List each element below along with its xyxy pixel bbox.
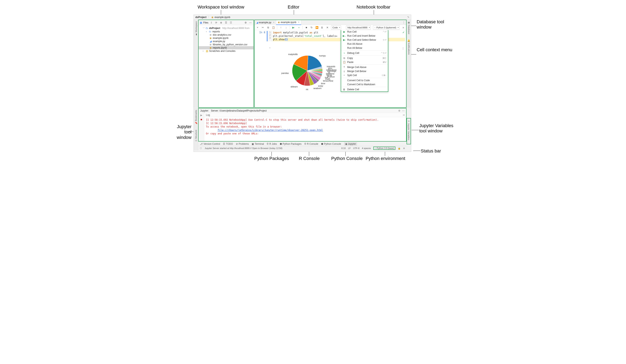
chevron-right-icon[interactable]: › (203, 50, 205, 52)
chevron-down-icon[interactable]: ﹀ (203, 26, 205, 30)
run-cell-button[interactable]: ▶ı (292, 26, 295, 29)
database-tab[interactable]: ▦ Database (408, 20, 410, 35)
clear-button[interactable]: 🗑 (320, 26, 324, 29)
tree-file[interactable]: ◢ example.py (199, 40, 253, 43)
copy-button[interactable]: ⧉ (267, 26, 270, 29)
collapse-button[interactable]: ☷ (229, 21, 233, 25)
jupyter-log[interactable]: [I 12:58:15.692 NotebookApp] Use Control… (204, 117, 406, 141)
interrupt-button[interactable]: ✕ (326, 26, 329, 29)
ctx-run-cell-and-insert-below[interactable]: ▶₊Run Cell and Insert Below (341, 34, 388, 38)
jupyter-server-path: Server: /Users/jetbrains/DataspellProjec… (211, 109, 267, 112)
cut-button[interactable]: ✂ (261, 26, 264, 29)
svg-text:scipy: scipy (318, 85, 323, 87)
ctx-merge-cell-above[interactable]: ⤒Merge Cell Above (341, 65, 388, 69)
bottom-tab-todo[interactable]: ☰TODO (223, 143, 233, 145)
refresh-button[interactable]: ⟳ (214, 21, 218, 25)
edit-icon[interactable]: ✎ (407, 16, 409, 19)
cell-type-select[interactable]: Code (331, 26, 341, 30)
close-icon[interactable]: × (298, 21, 299, 24)
line-ending[interactable]: LF (348, 147, 351, 149)
softwrap-icon[interactable]: ⇥ (402, 114, 404, 117)
breadcrumb-file[interactable]: example.ipynb (215, 16, 230, 19)
ctx-run-cell-and-select-below[interactable]: ▶ᵢRun Cell and Select Below⇧⏎ (341, 38, 388, 42)
tree-file-selected[interactable]: ◉ reports.ipynb (199, 46, 253, 49)
cell-context-menu: ▶Run Cell⌃⏎▶₊Run Cell and Insert Below▶ᵢ… (341, 30, 388, 92)
chevron-right-icon[interactable]: › (206, 30, 208, 33)
ctx-convert-cell-to-markdown[interactable]: Convert Cell to Markdown (341, 82, 388, 86)
tab-example-ipynb[interactable]: ◉ example.ipynb × (276, 20, 301, 25)
attach-button[interactable]: ⇩ (210, 21, 213, 25)
bottom-tab-r-console[interactable]: ®R Console (304, 143, 318, 145)
indent[interactable]: 4 spaces (362, 147, 371, 149)
bottom-tab-python-console[interactable]: ⬢Python Console (321, 143, 341, 145)
kernel-select[interactable]: ○ Python 3 (ipykernel) (373, 26, 400, 30)
cell-kebab-icon[interactable]: ⋮ (402, 47, 404, 50)
paste-button[interactable]: 📋 (272, 26, 275, 29)
ctx-run-all-above[interactable]: Run All Above (341, 42, 388, 46)
run-all-button[interactable]: ⏩ (315, 26, 318, 29)
expand-button[interactable]: ☰ (224, 21, 228, 25)
tree-root[interactable]: ﹀ 🗀 dsProject http://localhost:8888 from (199, 26, 253, 30)
notifications-tab[interactable]: 🔔 Notifications (408, 38, 410, 55)
debug-cell-button[interactable]: ⌁ (297, 26, 300, 29)
bottom-tab-terminal[interactable]: ▣Terminal (252, 143, 264, 145)
project-tree[interactable]: ﹀ 🗀 dsProject http://localhost:8888 from… (199, 25, 253, 107)
callout-jup-vars: Jupyter Variables tool window (419, 123, 459, 134)
status-tray-icon[interactable]: ☐ (200, 147, 202, 150)
zoom-icon[interactable]: ⊕ (403, 147, 405, 150)
lock-icon[interactable]: 🔒 (398, 147, 401, 150)
bottom-tab-r-jobs[interactable]: ®R Jobs (267, 143, 277, 145)
callout-db-tool: Database tool window (417, 19, 459, 30)
jupyter-vars-rail[interactable]: ⎋ Jupyter Variables (407, 118, 411, 144)
log-tab[interactable]: Log (206, 114, 210, 117)
ctx-split-cell[interactable]: ÷Split Cell⇧⌘- (341, 73, 388, 77)
caret-position[interactable]: 8:10 (341, 147, 346, 149)
breadcrumb-root[interactable]: dsProject (195, 16, 206, 19)
callout-py-packages: Python Packages (254, 156, 289, 161)
rconsole-icon: ® (304, 143, 306, 145)
tree-folder[interactable]: › 🗀 reports (199, 30, 253, 33)
callout-nb-toolbar: Notebook toolbar (356, 4, 391, 10)
ctx-delete-cell[interactable]: 🗑Delete Cell (341, 87, 388, 91)
stop-icon[interactable]: ■ (200, 118, 202, 121)
tree-file[interactable]: ≣ libraries_by_python_version.csv (199, 43, 253, 46)
hide-button[interactable]: — (402, 109, 404, 112)
close-icon[interactable]: × (273, 21, 274, 24)
bookmarks-tab[interactable]: 🔖 Bookmarks (195, 109, 197, 125)
bottom-tab-python-packages[interactable]: ⬢Python Packages (280, 143, 302, 145)
ctx-run-all-below[interactable]: Run All Below (341, 46, 388, 50)
structure-tab[interactable]: ⌸ Structure (195, 129, 197, 142)
hide-button[interactable]: — (249, 21, 252, 25)
ctx-run-cell[interactable]: ▶Run Cell⌃⏎ (341, 30, 388, 34)
tab-example-py[interactable]: ◢ example.py × (255, 20, 276, 25)
server-select[interactable]: http://localhost:8888 (346, 26, 371, 30)
encoding[interactable]: UTF-8 (353, 147, 359, 149)
run-icon[interactable]: ▶ (200, 114, 202, 117)
tree-scratches[interactable]: › ▧ Scratches and Consoles (199, 49, 253, 53)
ipynb-icon: ◉ (278, 21, 280, 24)
bottom-tab-jupyter[interactable]: ◉Jupyter (344, 142, 357, 146)
expand-toolbar-icon[interactable]: » (402, 26, 405, 29)
move-up-button[interactable]: ↑ (279, 26, 282, 29)
ctx-merge-cell-below[interactable]: ⤓Merge Cell Below (341, 69, 388, 73)
restart-button[interactable]: ↻ (310, 26, 313, 29)
python-env[interactable]: ○ Python 3.9 (base) (373, 147, 396, 150)
ctx-paste[interactable]: 📋Paste⌘V (341, 60, 388, 64)
gear-icon[interactable]: ⚙ (244, 21, 247, 25)
workspace-tab[interactable]: ▮ Workspace (195, 20, 197, 37)
gear-icon[interactable]: ⚙ (398, 109, 400, 112)
ctx-debug-cell[interactable]: ⌁Debug Cell⌃⇧⏎ (341, 51, 388, 55)
ctx-convert-cell-to-code[interactable]: Convert Cell to Code (341, 78, 388, 82)
tree-file[interactable]: ≣ doc-analytics.csv (199, 33, 253, 37)
svg-text:numpy: numpy (319, 54, 326, 57)
ctx-copy[interactable]: ⧉Copy⌘C (341, 56, 388, 60)
target-button[interactable]: ⊕ (219, 21, 223, 25)
tab-kebab-icon[interactable]: ⋮ (401, 21, 406, 24)
tree-file[interactable]: ◉ example.ipynb (199, 37, 253, 40)
move-down-button[interactable]: ↓ (284, 26, 288, 29)
bottom-tab-problems[interactable]: ⊘Problems (236, 143, 249, 145)
notebook-toolbar: + ✂ ⧉ 📋 ↑ ↓ ▶ı ⌁ ■ ↻ ⏩ 🗑 ✕ Code (255, 25, 406, 30)
stop-button[interactable]: ■ (305, 26, 308, 29)
bottom-tab-version-control[interactable]: ⎇Version Control (200, 143, 220, 145)
add-cell-button[interactable]: + (256, 26, 259, 29)
